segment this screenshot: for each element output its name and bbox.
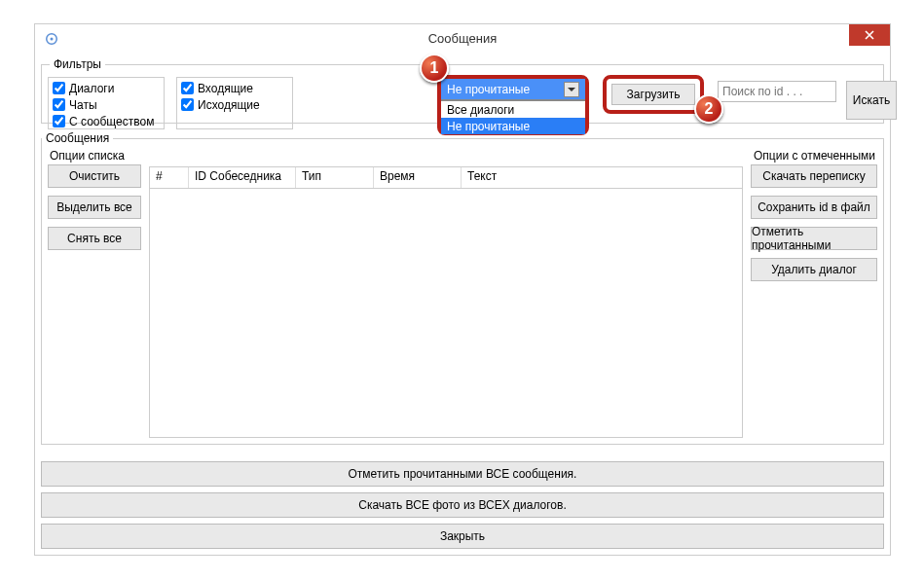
load-button[interactable]: Загрузить <box>611 84 695 105</box>
selected-option-buttons: Скачать переписку Сохранить id в файл От… <box>751 164 877 289</box>
search-input[interactable] <box>719 82 835 101</box>
select-all-button[interactable]: Выделить все <box>48 196 141 219</box>
table-header: # ID Собеседника Тип Время Текст <box>150 167 742 189</box>
chk-community-input[interactable] <box>53 115 65 127</box>
col-text[interactable]: Текст <box>462 167 742 188</box>
filters-group: Фильтры Диалоги Чаты С сообществом Входя… <box>41 57 884 124</box>
search-button[interactable]: Искать <box>846 81 897 120</box>
chk-outgoing[interactable]: Исходящие <box>181 96 288 113</box>
mark-all-read-button[interactable]: Отметить прочитанными ВСЕ сообщения. <box>41 461 884 487</box>
download-conversation-button[interactable]: Скачать переписку <box>751 164 877 188</box>
col-time[interactable]: Время <box>374 167 462 188</box>
dropdown-opt-all[interactable]: Все диалоги <box>441 101 585 118</box>
close-dialog-button[interactable]: Закрыть <box>41 524 884 549</box>
deselect-all-button[interactable]: Снять все <box>48 227 141 250</box>
close-button[interactable] <box>849 24 890 46</box>
chevron-down-icon[interactable] <box>564 82 579 97</box>
titlebar: Сообщения <box>35 24 890 54</box>
chk-community[interactable]: С сообществом <box>53 113 160 129</box>
step-badge-1: 1 <box>420 54 449 83</box>
chk-dialogs-input[interactable] <box>53 82 65 94</box>
list-options-label: Опции списка <box>50 149 125 163</box>
messages-table[interactable]: # ID Собеседника Тип Время Текст <box>149 166 743 438</box>
read-filter-dropdown[interactable]: Не прочитаные Все диалоги Не прочитаные <box>437 75 589 135</box>
bottom-buttons: Отметить прочитанными ВСЕ сообщения. Ска… <box>41 455 884 549</box>
download-all-photos-button[interactable]: Скачать ВСЕ фото из ВСЕХ диалогов. <box>41 492 884 518</box>
chk-chats-input[interactable] <box>53 98 65 111</box>
filter-col-direction: Входящие Исходящие <box>176 77 293 129</box>
dropdown-selected[interactable]: Не прочитаные <box>441 79 585 100</box>
delete-dialog-button[interactable]: Удалить диалог <box>751 258 877 281</box>
messages-group: Сообщения Опции списка Опции с отмеченны… <box>41 131 884 445</box>
save-id-button[interactable]: Сохранить id в файл <box>751 196 877 219</box>
dropdown-list: Все диалоги Не прочитаные <box>441 100 585 134</box>
filters-legend: Фильтры <box>50 57 105 71</box>
col-num[interactable]: # <box>150 167 189 188</box>
step-badge-2: 2 <box>694 94 723 124</box>
mark-read-button[interactable]: Отметить прочитанными <box>751 227 877 250</box>
chk-chats[interactable]: Чаты <box>53 96 160 113</box>
col-type[interactable]: Тип <box>296 167 374 188</box>
chk-dialogs[interactable]: Диалоги <box>53 80 160 96</box>
messages-legend: Сообщения <box>42 131 113 145</box>
filter-col-scope: Диалоги Чаты С сообществом <box>48 77 165 129</box>
chk-incoming-input[interactable] <box>181 82 194 94</box>
chk-outgoing-input[interactable] <box>181 98 194 111</box>
selected-options-label: Опции с отмеченными <box>754 149 875 163</box>
search-field[interactable] <box>718 81 836 102</box>
window-title: Сообщения <box>35 31 890 46</box>
load-callout: Загрузить <box>603 75 704 114</box>
list-option-buttons: Очистить Выделить все Снять все <box>48 164 141 258</box>
chk-incoming[interactable]: Входящие <box>181 80 288 96</box>
clear-button[interactable]: Очистить <box>48 164 141 188</box>
close-icon <box>865 30 874 40</box>
col-id[interactable]: ID Собеседника <box>189 167 296 188</box>
